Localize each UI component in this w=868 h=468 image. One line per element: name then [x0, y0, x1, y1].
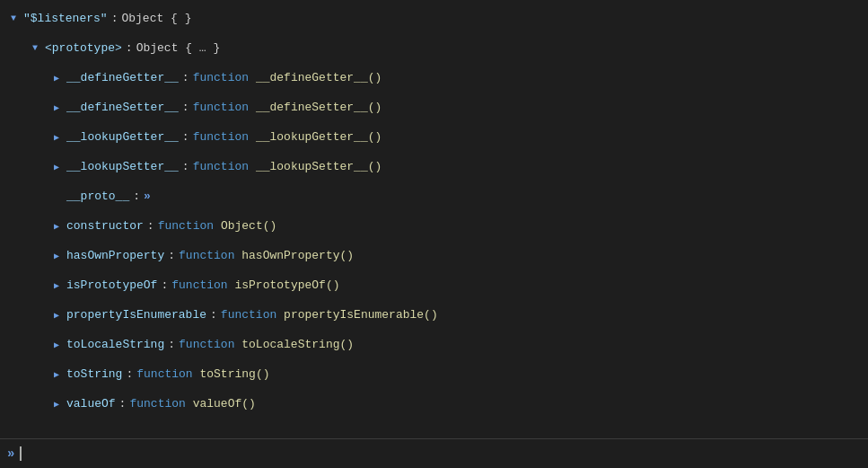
colon: :	[168, 249, 175, 262]
tree-row[interactable]: ▶ constructor : function Object()	[0, 211, 868, 241]
property-key: valueOf	[66, 397, 116, 411]
function-keyword: function	[193, 71, 249, 84]
property-key: toString	[66, 367, 122, 381]
function-name: valueOf()	[193, 397, 256, 411]
tree-area: ▼ "$listeners" : Object { } ▼ <prototype…	[0, 0, 868, 438]
function-keyword: function	[221, 308, 276, 322]
function-name: hasOwnProperty()	[241, 249, 354, 262]
console-prompt-icon: »	[7, 446, 14, 461]
tree-row[interactable]: ▼ <prototype> : Object { … }	[0, 33, 868, 63]
property-key: "$listeners"	[23, 12, 108, 25]
property-key: __lookupGetter__	[66, 130, 179, 144]
function-keyword: function	[171, 278, 227, 292]
property-key: __defineSetter__	[66, 101, 179, 114]
colon: :	[133, 190, 140, 203]
expand-arrow[interactable]: ▶	[50, 131, 63, 144]
expand-arrow[interactable]: ▶	[50, 368, 63, 381]
function-name: toLocaleString()	[241, 338, 354, 351]
property-key: propertyIsEnumerable	[66, 308, 206, 322]
function-name: Object()	[221, 219, 276, 233]
tree-row[interactable]: ▶ __defineSetter__ : function __defineSe…	[0, 93, 868, 122]
function-name: toString()	[199, 367, 269, 381]
colon: :	[182, 160, 189, 173]
expand-arrow[interactable]: ▶	[50, 102, 63, 114]
tree-row[interactable]: ▶ __lookupGetter__ : function __lookupGe…	[0, 122, 868, 152]
function-name: __defineSetter__()	[256, 101, 381, 114]
tree-row[interactable]: ▶ hasOwnProperty : function hasOwnProper…	[0, 241, 868, 270]
console-cursor	[20, 446, 22, 461]
property-key: __defineGetter__	[66, 71, 179, 84]
property-key: constructor	[66, 219, 144, 233]
function-name: isPrototypeOf()	[234, 278, 339, 292]
expand-arrow[interactable]: ▼	[7, 13, 20, 25]
colon: :	[119, 397, 127, 411]
function-keyword: function	[179, 338, 234, 351]
function-keyword: function	[193, 160, 249, 173]
expand-arrow[interactable]: ▶	[50, 220, 63, 233]
function-name: __lookupSetter__()	[256, 160, 381, 173]
function-keyword: function	[179, 249, 234, 262]
tree-row[interactable]: __proto__ : »	[0, 181, 868, 211]
function-keyword: function	[193, 101, 249, 114]
colon: :	[182, 101, 189, 114]
expand-arrow[interactable]: ▶	[50, 72, 63, 84]
function-name: __lookupGetter__()	[256, 130, 381, 144]
tree-row[interactable]: ▶ valueOf : function valueOf()	[0, 389, 868, 419]
expand-arrow[interactable]: ▶	[50, 398, 63, 411]
expand-arrow[interactable]: ▶	[50, 279, 63, 292]
tree-row[interactable]: ▶ propertyIsEnumerable : function proper…	[0, 300, 868, 330]
tree-row[interactable]: ▶ isPrototypeOf : function isPrototypeOf…	[0, 270, 868, 300]
property-value: Object { }	[121, 12, 191, 25]
property-key: hasOwnProperty	[66, 249, 164, 262]
expand-arrow[interactable]: ▶	[50, 161, 63, 173]
function-name: propertyIsEnumerable()	[284, 308, 438, 322]
colon: :	[147, 219, 154, 233]
tree-row[interactable]: ▶ __defineGetter__ : function __defineGe…	[0, 63, 868, 93]
no-arrow-spacer	[50, 190, 66, 203]
function-keyword: function	[129, 397, 185, 411]
function-keyword: function	[136, 367, 192, 381]
expand-arrow[interactable]: ▶	[50, 309, 63, 322]
tree-row[interactable]: ▼ "$listeners" : Object { }	[0, 4, 868, 33]
console-panel: ▼ "$listeners" : Object { } ▼ <prototype…	[0, 0, 868, 468]
proto-value[interactable]: »	[144, 190, 151, 203]
property-key: isPrototypeOf	[66, 278, 157, 292]
colon: :	[126, 41, 133, 55]
expand-arrow[interactable]: ▶	[50, 250, 63, 262]
console-input-row[interactable]: »	[0, 438, 868, 468]
tree-row[interactable]: ▶ toLocaleString : function toLocaleStri…	[0, 330, 868, 359]
colon: :	[168, 338, 175, 351]
colon: :	[161, 278, 168, 292]
colon: :	[182, 71, 189, 84]
property-value: Object { … }	[136, 41, 221, 55]
property-key: __lookupSetter__	[66, 160, 179, 173]
tree-row[interactable]: ▶ toString : function toString()	[0, 359, 868, 389]
function-name: __defineGetter__()	[256, 71, 381, 84]
function-keyword: function	[193, 130, 249, 144]
colon: :	[182, 130, 189, 144]
function-keyword: function	[158, 219, 214, 233]
tree-row[interactable]: ▶ __lookupSetter__ : function __lookupSe…	[0, 152, 868, 181]
colon: :	[126, 367, 133, 381]
expand-arrow[interactable]: ▶	[50, 339, 63, 351]
colon: :	[210, 308, 217, 322]
colon: :	[111, 12, 118, 25]
property-key: <prototype>	[45, 41, 122, 55]
property-key: __proto__	[66, 190, 129, 203]
property-key: toLocaleString	[66, 338, 164, 351]
expand-arrow[interactable]: ▼	[29, 42, 41, 55]
